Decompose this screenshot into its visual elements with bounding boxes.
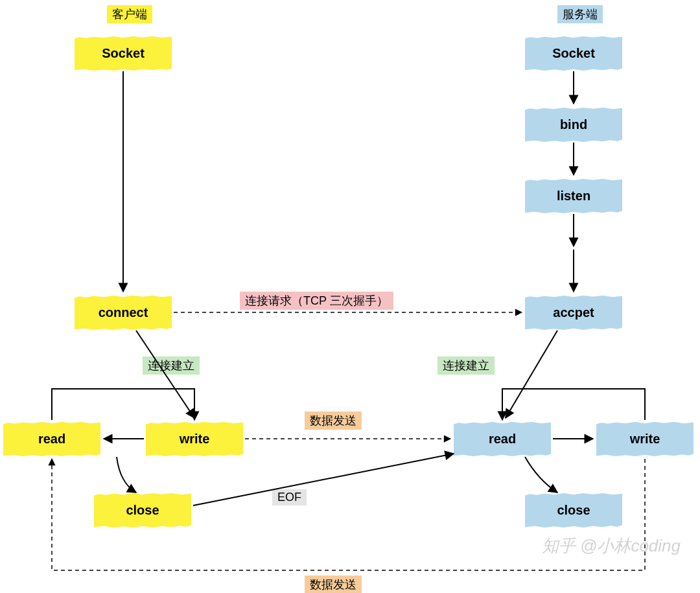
data-send-bottom-label: 数据发送: [305, 576, 362, 593]
client-title: 客户端: [107, 5, 152, 23]
tcp-handshake-label: 连接请求（TCP 三次握手）: [240, 292, 393, 310]
client-socket-box: Socket: [75, 36, 172, 71]
watermark: 知乎 @小林coding: [542, 535, 681, 557]
svg-line-11: [193, 454, 454, 506]
server-listen-box: listen: [525, 178, 622, 214]
server-read-box: read: [454, 421, 551, 457]
server-accept-box: accpet: [525, 295, 622, 331]
conn-established-server: 连接建立: [438, 356, 495, 375]
server-write-box: write: [596, 421, 694, 457]
client-read-box: read: [3, 421, 100, 457]
client-close-box: close: [94, 493, 191, 528]
server-socket-box: Socket: [525, 36, 622, 71]
data-send-top-label: 数据发送: [305, 412, 362, 430]
eof-label: EOF: [272, 489, 307, 506]
client-write-box: write: [146, 421, 243, 457]
conn-established-client: 连接建立: [143, 356, 200, 375]
server-bind-box: bind: [525, 107, 622, 143]
server-close-box: close: [525, 493, 622, 528]
server-title: 服务端: [557, 5, 603, 23]
svg-line-7: [506, 331, 557, 418]
client-connect-box: connect: [75, 295, 172, 331]
